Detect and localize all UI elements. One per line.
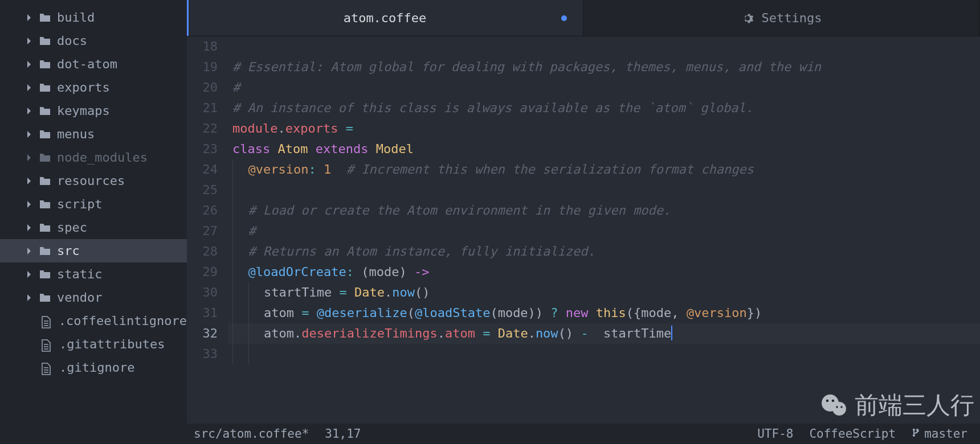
tree-item-label: resources [57,174,125,188]
tab[interactable]: Settings [583,0,980,36]
gutter: 18192021222324252627282930313233 [187,36,228,424]
file-icon [41,339,54,350]
line-number: 22 [187,118,218,139]
file-icon [41,316,53,326]
tree-item-label: src [57,244,80,258]
code-line[interactable]: module.exports = [228,118,980,139]
svg-point-3 [832,400,835,402]
line-number: 18 [187,36,218,57]
editor[interactable]: 18192021222324252627282930313233 # Essen… [187,36,980,424]
code-line[interactable]: # Returns an Atom instance, fully initia… [228,241,980,262]
tab-bar: atom.coffeeSettings [187,0,980,36]
code-area[interactable]: # Essential: Atom global for dealing wit… [228,36,980,424]
tree-item-label: dot-atom [57,57,117,71]
svg-point-4 [836,406,838,408]
tree-folder[interactable]: dot-atom [0,52,187,76]
chevron-right-icon [26,294,33,302]
folder-icon [39,246,51,256]
svg-point-2 [826,400,829,402]
tab-label: Settings [762,11,822,25]
tree-item-label: exports [57,80,110,94]
tab[interactable]: atom.coffee [187,0,583,36]
tree-folder[interactable]: keymaps [0,99,187,122]
wechat-icon [819,390,849,420]
chevron-right-icon [26,37,33,45]
git-branch-icon [912,427,921,438]
chevron-right-icon [26,270,33,278]
code-line[interactable]: # An instance of this class is always av… [228,98,980,118]
tree-item-label: node_modules [57,150,148,165]
tree-file[interactable]: .gitattributes [0,332,187,356]
gear-icon [741,12,754,24]
status-branch[interactable]: master [912,427,967,441]
tree-file[interactable]: .coffeelintignore [0,309,187,332]
cursor [671,326,672,340]
code-line[interactable]: startTime = Date.now() [228,282,980,303]
tree-folder[interactable]: build [0,6,187,29]
tree-folder[interactable]: node_modules [0,146,187,169]
code-line[interactable]: # [228,221,980,241]
folder-icon [39,176,51,186]
line-number: 31 [187,303,218,323]
svg-point-1 [832,402,846,416]
code-line[interactable]: # Load or create the Atom environment in… [228,200,980,221]
code-line[interactable] [228,36,980,57]
code-line[interactable]: @loadOrCreate: (mode) -> [228,262,980,282]
line-number: 27 [187,221,218,241]
folder-icon [39,36,51,46]
line-number: 29 [187,262,218,282]
status-position: 31,17 [325,427,361,441]
folder-icon [39,106,51,116]
tree-item-label: .gitignore [59,360,134,375]
tree-item-label: script [57,197,102,211]
chevron-right-icon [26,247,33,255]
status-path: src/atom.coffee* [194,427,309,441]
chevron-right-icon [26,84,33,92]
tree-item-label: static [57,267,102,281]
tree-item-label: vendor [57,290,102,305]
tree-item-label: docs [57,34,87,48]
line-number: 21 [187,98,218,118]
chevron-right-icon [26,130,33,138]
code-line[interactable] [228,344,980,364]
chevron-right-icon [26,107,33,115]
code-line[interactable]: # [228,77,980,98]
tree-folder[interactable]: src [0,239,187,262]
code-line[interactable]: @version: 1 # Increment this when the se… [228,159,980,180]
code-line[interactable]: atom.deserializeTimings.atom = Date.now(… [228,323,980,344]
tree-item-label: menus [57,127,95,141]
line-number: 33 [187,344,218,364]
code-line[interactable]: class Atom extends Model [228,139,980,159]
status-encoding[interactable]: UTF-8 [757,427,793,441]
chevron-right-icon [26,60,33,68]
code-line[interactable] [228,180,980,200]
code-line[interactable]: # Essential: Atom global for dealing wit… [228,57,980,77]
status-grammar[interactable]: CoffeeScript [809,427,896,441]
line-number: 20 [187,77,218,98]
chevron-right-icon [26,200,33,208]
tree-folder[interactable]: docs [0,29,187,52]
tree-folder[interactable]: vendor [0,286,187,309]
line-number: 30 [187,282,218,303]
tree-folder[interactable]: script [0,192,187,216]
chevron-right-icon [26,177,33,185]
tree-folder[interactable]: exports [0,76,187,99]
tree-file[interactable]: .gitignore [0,356,187,379]
code-line[interactable]: atom = @deserialize(@loadState(mode)) ? … [228,303,980,323]
folder-icon [39,269,51,279]
tree-folder[interactable]: menus [0,122,187,146]
folder-icon [39,153,51,163]
line-number: 28 [187,241,218,262]
line-number: 19 [187,57,218,77]
tree-item-label: .gitattributes [59,337,165,351]
chevron-right-icon [26,14,33,22]
line-number: 23 [187,139,218,159]
file-tree[interactable]: builddocsdot-atomexportskeymapsmenusnode… [0,0,187,424]
tree-item-label: .coffeelintignore [59,314,187,328]
tree-folder[interactable]: spec [0,216,187,239]
status-bar: src/atom.coffee* 31,17 UTF-8 CoffeeScrip… [0,424,980,444]
tree-folder[interactable]: static [0,262,187,286]
tree-folder[interactable]: resources [0,169,187,192]
folder-icon [39,13,51,23]
tree-item-label: keymaps [57,104,110,118]
